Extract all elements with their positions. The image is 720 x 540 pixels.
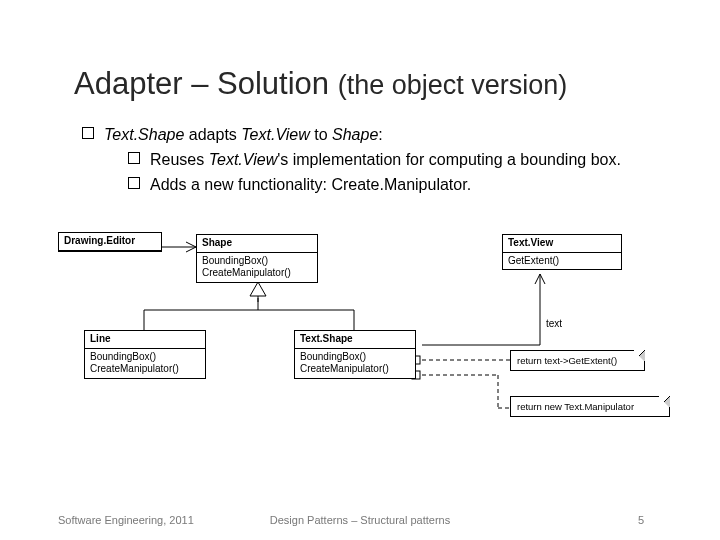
class-line: Line: [85, 331, 205, 349]
bullet-1-text-b: adapts: [184, 126, 241, 143]
note-fold-icon: [633, 350, 645, 362]
line-m2: CreateManipulator(): [90, 363, 200, 376]
slide: Adapter – Solution (the object version) …: [0, 0, 720, 540]
title-sub: Solution: [217, 66, 329, 101]
textshape-m1: BoundingBox(): [300, 351, 410, 364]
footer-center: Design Patterns – Structural patterns: [0, 514, 720, 526]
note-1: return text->GetExtent(): [517, 355, 617, 366]
svg-marker-2: [250, 282, 266, 296]
bullet-1-text-a: Text.Shape: [104, 126, 184, 143]
class-text-shape: Text.Shape: [295, 331, 415, 349]
note-2: return new Text.Manipulator: [517, 401, 634, 412]
sub1-c: 's implementation for computing a boundi…: [277, 151, 621, 168]
bullet-1-text-e: Shape: [332, 126, 378, 143]
class-drawing-editor: Drawing.Editor: [59, 233, 161, 251]
note-fold-icon: [658, 396, 670, 408]
bullet-1-text-d: to: [310, 126, 332, 143]
bullet-1-text-c: Text.View: [241, 126, 309, 143]
bullet-1: Text.Shape adapts Text.View to Shape: Re…: [82, 124, 642, 195]
title-dash: –: [183, 66, 217, 101]
textshape-m2: CreateManipulator(): [300, 363, 410, 376]
shape-m1: BoundingBox(): [202, 255, 312, 268]
class-shape: Shape: [197, 235, 317, 253]
bullet-list: Text.Shape adapts Text.View to Shape: Re…: [82, 124, 642, 195]
bullet-1-text-f: :: [378, 126, 382, 143]
footer-page-number: 5: [638, 514, 644, 526]
slide-title: Adapter – Solution (the object version): [74, 66, 567, 102]
sub2-text: Adds a new functionality: Create.Manipul…: [150, 174, 471, 195]
line-m1: BoundingBox(): [90, 351, 200, 364]
class-text-view: Text.View: [503, 235, 621, 253]
sub1-b: Text.View: [209, 151, 277, 168]
assoc-label-text: text: [546, 318, 562, 329]
title-main: Adapter: [74, 66, 183, 101]
checkbox-icon: [128, 152, 140, 164]
sub-bullet-1: Reuses Text.View's implementation for co…: [104, 149, 621, 170]
textview-m1: GetExtent(): [508, 255, 616, 268]
checkbox-icon: [128, 177, 140, 189]
title-paren: (the object version): [338, 70, 568, 100]
checkbox-icon: [82, 127, 94, 139]
shape-m2: CreateManipulator(): [202, 267, 312, 280]
sub1-a: Reuses: [150, 151, 209, 168]
sub-bullet-2: Adds a new functionality: Create.Manipul…: [104, 174, 621, 195]
